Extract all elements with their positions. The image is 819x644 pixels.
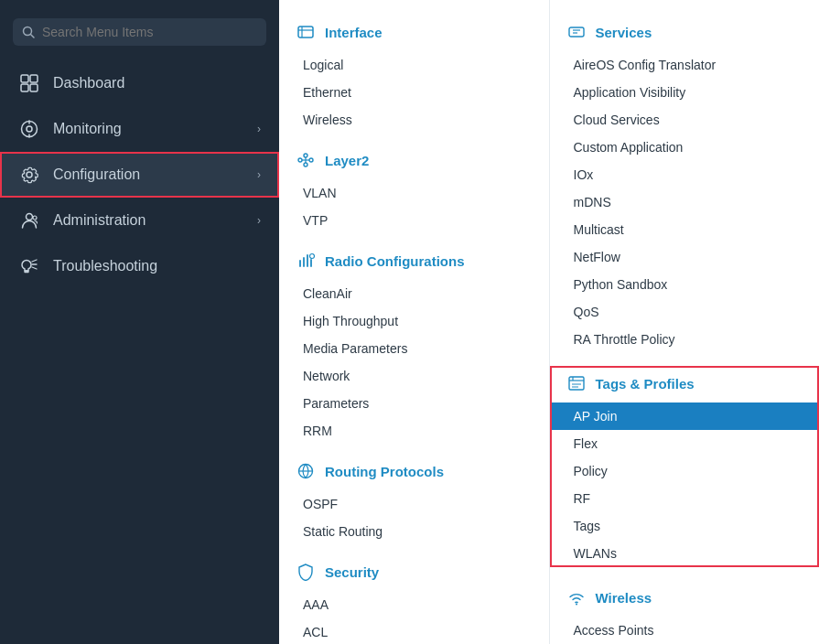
svg-line-16 xyxy=(32,267,37,269)
chevron-right-icon: › xyxy=(257,168,261,181)
svg-rect-33 xyxy=(569,27,584,37)
col-item-tags[interactable]: Tags xyxy=(550,512,820,540)
col-item-aireos[interactable]: AireOS Config Translator xyxy=(550,51,820,79)
section-security: Security xyxy=(279,554,549,591)
col-item-access-points[interactable]: Access Points xyxy=(550,617,820,644)
search-box[interactable] xyxy=(13,18,266,46)
col-item-static-routing[interactable]: Static Routing xyxy=(279,518,549,545)
col-item-ra-throttle[interactable]: RA Throttle Policy xyxy=(550,326,820,353)
column-1: Interface Logical Ethernet Wireless Laye… xyxy=(279,0,550,644)
col-item-aaa[interactable]: AAA xyxy=(279,591,549,618)
interface-icon xyxy=(296,22,316,42)
services-icon xyxy=(566,22,587,42)
section-label: Routing Protocols xyxy=(325,464,444,479)
svg-rect-5 xyxy=(30,84,38,91)
configuration-icon xyxy=(18,164,40,186)
section-wireless: Wireless xyxy=(550,580,820,617)
section-interface: Interface xyxy=(279,15,549,51)
section-radio-configurations: Radio Configurations xyxy=(279,243,549,280)
search-input[interactable] xyxy=(42,25,257,39)
routing-icon xyxy=(296,461,316,481)
svg-line-1 xyxy=(31,35,35,38)
sidebar-item-label: Dashboard xyxy=(53,75,124,91)
col-item-custom-app[interactable]: Custom Application xyxy=(550,134,820,161)
section-label: Security xyxy=(325,564,379,580)
wireless-icon xyxy=(566,587,587,607)
col-item-logical[interactable]: Logical xyxy=(279,51,549,79)
section-label: Services xyxy=(596,25,652,40)
svg-rect-36 xyxy=(569,377,584,390)
chevron-right-icon: › xyxy=(257,214,261,227)
svg-rect-4 xyxy=(21,84,28,91)
col-item-netflow[interactable]: NetFlow xyxy=(550,243,820,271)
section-layer2: Layer2 xyxy=(279,143,549,179)
search-icon xyxy=(22,26,35,38)
sidebar-item-label: Administration xyxy=(53,212,145,229)
section-label: Tags & Profiles xyxy=(596,376,695,392)
col-item-media-parameters[interactable]: Media Parameters xyxy=(279,335,549,362)
col-item-ospf[interactable]: OSPF xyxy=(279,490,549,518)
sidebar-item-monitoring[interactable]: Monitoring › xyxy=(0,106,279,152)
svg-point-21 xyxy=(309,158,313,162)
svg-point-41 xyxy=(576,604,577,606)
col-item-policy[interactable]: Policy xyxy=(550,457,820,485)
col-item-python-sandbox[interactable]: Python Sandbox xyxy=(550,271,820,298)
column-2: Services AireOS Config Translator Applic… xyxy=(550,0,820,644)
svg-line-14 xyxy=(32,260,37,262)
svg-rect-3 xyxy=(30,75,38,82)
sidebar-item-label: Troubleshooting xyxy=(53,258,157,274)
tags-profiles-section: Tags & Profiles AP Join Flex Policy RF T… xyxy=(550,366,820,567)
col-item-app-visibility[interactable]: Application Visibility xyxy=(550,79,820,106)
section-tags-profiles: Tags & Profiles xyxy=(550,366,820,402)
sidebar-item-label: Configuration xyxy=(53,166,140,183)
col-item-wlans[interactable]: WLANs xyxy=(550,540,820,567)
svg-point-23 xyxy=(304,163,307,166)
svg-rect-17 xyxy=(298,27,313,38)
col-item-rrm[interactable]: RRM xyxy=(279,417,549,445)
sidebar-item-troubleshooting[interactable]: Troubleshooting xyxy=(0,243,279,289)
section-routing-protocols: Routing Protocols xyxy=(279,454,549,490)
section-label: Radio Configurations xyxy=(325,253,465,269)
col-item-ap-join[interactable]: AP Join xyxy=(550,402,820,430)
col-item-parameters[interactable]: Parameters xyxy=(279,390,549,417)
svg-point-20 xyxy=(298,158,302,162)
section-label: Layer2 xyxy=(325,153,369,168)
col-item-network[interactable]: Network xyxy=(279,362,549,390)
col-item-vtp[interactable]: VTP xyxy=(279,207,549,234)
col-item-mdns[interactable]: mDNS xyxy=(550,188,820,216)
svg-point-10 xyxy=(27,214,33,220)
sidebar-item-administration[interactable]: Administration › xyxy=(0,198,279,243)
col-item-ethernet[interactable]: Ethernet xyxy=(279,79,549,106)
col-item-qos[interactable]: QoS xyxy=(550,298,820,326)
sidebar-item-label: Monitoring xyxy=(53,121,122,137)
col-item-acl[interactable]: ACL xyxy=(279,618,549,644)
col-item-multicast[interactable]: Multicast xyxy=(550,216,820,243)
svg-point-7 xyxy=(27,126,32,132)
col-item-rf[interactable]: RF xyxy=(550,485,820,512)
sidebar-item-dashboard[interactable]: Dashboard xyxy=(0,60,279,106)
col-item-cleanair[interactable]: CleanAir xyxy=(279,280,549,307)
dashboard-icon xyxy=(18,72,40,94)
monitoring-icon xyxy=(18,118,40,140)
layer2-icon xyxy=(296,150,316,170)
tags-profiles-icon xyxy=(566,373,587,393)
svg-rect-2 xyxy=(21,75,28,82)
svg-point-22 xyxy=(304,154,307,157)
svg-point-30 xyxy=(310,254,315,259)
main-content: Interface Logical Ethernet Wireless Laye… xyxy=(279,0,819,644)
sidebar: Dashboard Monitoring › Configuration › xyxy=(0,0,279,644)
section-label: Wireless xyxy=(596,590,652,606)
col-item-iox[interactable]: IOx xyxy=(550,161,820,188)
section-label: Interface xyxy=(325,25,383,40)
chevron-right-icon: › xyxy=(257,123,261,135)
troubleshooting-icon xyxy=(18,255,40,277)
sidebar-item-configuration[interactable]: Configuration › xyxy=(0,152,279,198)
col-item-high-throughput[interactable]: High Throughput xyxy=(279,307,549,335)
administration-icon xyxy=(18,209,40,231)
col-item-wireless[interactable]: Wireless xyxy=(279,106,549,134)
svg-point-11 xyxy=(33,216,37,220)
security-icon xyxy=(296,562,316,582)
col-item-cloud-services[interactable]: Cloud Services xyxy=(550,106,820,134)
col-item-vlan[interactable]: VLAN xyxy=(279,179,549,207)
col-item-flex[interactable]: Flex xyxy=(550,430,820,457)
